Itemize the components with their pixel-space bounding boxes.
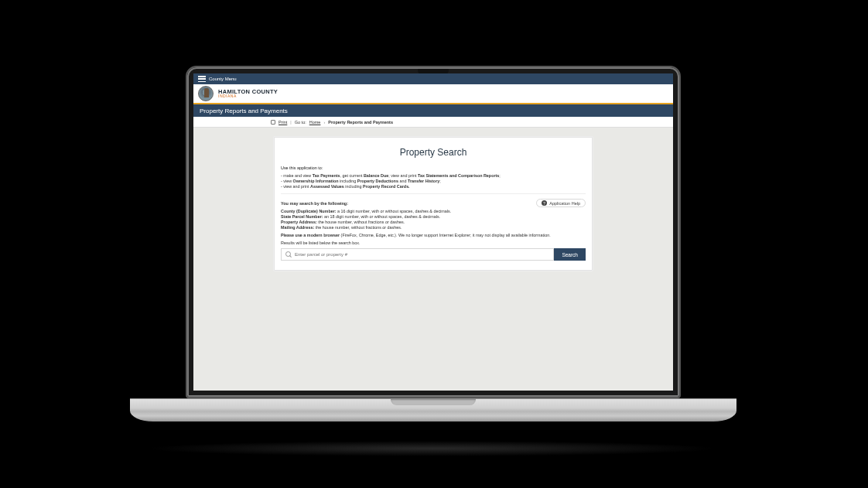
logo-line2: INDIANA [218,94,278,98]
instructions-lead: You may search by the following: [281,201,536,206]
search-input[interactable] [295,252,549,257]
breadcrumb-current: Property Reports and Payments [328,120,393,125]
topbar-menu-label[interactable]: County Menu [209,77,237,81]
breadcrumb-home[interactable]: Home [309,120,321,125]
results-note: Results will be listed below the search … [281,241,586,245]
instruction-item: County (Duplicate) Number: a 16 digit nu… [281,209,586,213]
application-help-button[interactable]: ? Application Help [536,199,586,207]
laptop-mock: County Menu HAMILTON COUNTY INDIANA Prop… [186,66,681,421]
browser-note: Please use a modern browser (FireFox, Ch… [281,233,586,237]
print-icon[interactable] [271,120,275,125]
hamburger-icon[interactable] [198,76,206,82]
laptop-screen-bezel: County Menu HAMILTON COUNTY INDIANA Prop… [186,66,681,398]
use-list: - make and view Tax Payments, get curren… [281,173,586,189]
screen: County Menu HAMILTON COUNTY INDIANA Prop… [193,73,673,391]
laptop-shadow [145,441,718,456]
section-bar: Property Reports and Payments [193,104,673,117]
instruction-item: Mailing Address: the house number, witho… [281,225,586,230]
logo-row: HAMILTON COUNTY INDIANA [193,84,673,104]
content-area: Property Search Use this application to:… [193,128,673,271]
search-row: Search [281,248,586,261]
search-button[interactable]: Search [554,248,586,261]
help-icon: ? [542,200,547,206]
logo-text: HAMILTON COUNTY INDIANA [218,89,278,99]
section-title: Property Reports and Payments [200,107,288,114]
laptop-base-notch [391,399,476,405]
use-item: - view Ownership Information including P… [281,179,586,183]
search-box [281,248,554,261]
divider [281,193,586,194]
breadcrumb-sep: | [290,120,291,125]
use-item: - view and print Assessed Values includi… [281,184,586,189]
card-title: Property Search [281,147,586,158]
instruction-item: State Parcel Number: an 18 digit number,… [281,214,586,219]
chevron-right-icon: › [323,120,325,125]
intro-text: Use this application to: [281,166,586,170]
instruction-item: Property Address: the house number, with… [281,220,586,224]
topbar: County Menu [193,73,673,84]
instructions: County (Duplicate) Number: a 16 digit nu… [281,209,586,230]
print-link[interactable]: Print [279,120,287,125]
help-label: Application Help [549,201,580,206]
breadcrumb-prefix: Go to: [295,120,306,125]
instructions-header: You may search by the following: ? Appli… [281,199,586,207]
property-search-card: Property Search Use this application to:… [274,137,593,271]
laptop-base [130,398,736,421]
county-seal-icon [198,86,214,101]
breadcrumb: Print | Go to: Home › Property Reports a… [193,117,673,128]
use-item: - make and view Tax Payments, get curren… [281,173,586,178]
search-icon [285,251,292,258]
page: County Menu HAMILTON COUNTY INDIANA Prop… [193,73,673,391]
